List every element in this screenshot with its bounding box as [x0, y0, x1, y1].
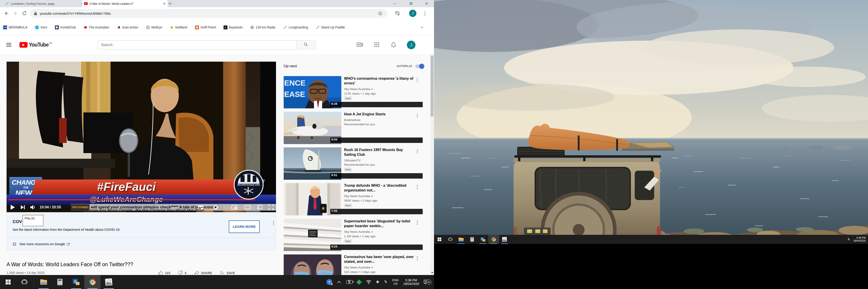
bookmarks-overflow-icon[interactable]: » — [421, 25, 423, 30]
channel-name[interactable]: Sky News Australia — [344, 266, 370, 269]
tab-surfing-forums[interactable]: Lockdown | Surfing Forums, page — [3, 0, 86, 7]
search-button[interactable] — [296, 40, 315, 49]
video-player[interactable]: 8 4 CTION AGAIN CHANGE THE NEWS #FireFau… — [6, 62, 276, 212]
tray-chevron-up-icon[interactable] — [337, 281, 341, 283]
task-view-button-2[interactable] — [445, 235, 456, 244]
channel-name[interactable]: Sky News Australia — [344, 87, 370, 91]
channel-name[interactable]: Boldmethod — [344, 118, 414, 122]
learn-more-button[interactable]: LEARN MORE — [229, 220, 260, 233]
close-window-button[interactable] — [421, 0, 432, 7]
save-label[interactable]: SAVE — [226, 271, 235, 275]
media-controls-icon[interactable] — [395, 11, 400, 16]
action-center-icon[interactable]: 41 — [424, 279, 430, 285]
upnext-video-title[interactable]: WHO's coronavirus response 'a litany of … — [344, 76, 414, 85]
upnext-item[interactable]: 7:55 Trump defunds WHO - a 'discredited … — [284, 183, 424, 215]
taskbar-photos[interactable] — [101, 275, 117, 289]
google-resources-link[interactable]: G See more resources on Google — [13, 241, 70, 247]
address-bar[interactable]: youtube.com/watch?v=Y6hRoxmoUkM&t=766s — [30, 9, 388, 17]
covid-panel-menu-icon[interactable] — [273, 221, 274, 222]
taskbar-calculator[interactable] — [52, 275, 68, 289]
tab-youtube[interactable]: A War of Words: World Leaders F — [82, 0, 168, 7]
dislike-icon[interactable] — [178, 270, 183, 276]
autoplay-toggle[interactable] — [415, 65, 424, 68]
channel-name[interactable]: Sky News Australia — [344, 194, 370, 198]
cast-icon[interactable] — [257, 205, 263, 210]
clock-2[interactable]: 5:38 PM 18/04/2020 — [853, 237, 866, 242]
url-text[interactable]: youtube.com/watch?v=Y6hRoxmoUkM&t=766s — [40, 11, 111, 15]
scroll-down-icon[interactable] — [430, 270, 434, 275]
taskbar2-calculator[interactable] — [467, 235, 477, 244]
tray-pen-icon[interactable]: ✎ — [847, 237, 850, 241]
taskbar-chrome[interactable] — [84, 275, 101, 289]
notifications-bell-icon[interactable] — [391, 42, 396, 48]
page-scrollbar[interactable] — [430, 54, 434, 275]
item-menu-icon[interactable] — [417, 185, 418, 186]
back-icon[interactable] — [4, 11, 9, 16]
tray-dropbox-icon[interactable]: ❖ — [376, 280, 379, 285]
start-button[interactable] — [0, 275, 16, 289]
profile-avatar[interactable]: J — [409, 10, 416, 17]
youtube-logo[interactable]: YouTube AU — [20, 42, 53, 48]
like-icon[interactable] — [158, 270, 163, 276]
taskbar2-chrome[interactable] — [488, 235, 499, 244]
item-menu-icon[interactable] — [417, 221, 418, 221]
share-label[interactable]: SHARE — [201, 271, 212, 275]
tray-diamond-icon[interactable] — [356, 279, 362, 285]
scrollbar-thumb[interactable] — [431, 56, 434, 116]
bookmark-auto-action[interactable]: AAuto Action — [117, 26, 138, 29]
tray-pen-icon[interactable]: ✎ — [383, 279, 388, 285]
bookmark-the-australian[interactable]: The Australian — [84, 26, 109, 29]
play-button-icon[interactable] — [10, 205, 15, 210]
new-tab-icon[interactable] — [168, 2, 172, 5]
item-menu-icon[interactable] — [417, 114, 418, 114]
tab-close-icon[interactable] — [163, 2, 165, 5]
miniplayer-icon[interactable] — [231, 205, 237, 210]
bookmark-meteye[interactable]: MetEye — [146, 26, 162, 29]
upnext-item[interactable]: 9:04 How A Jet Engine Starts Boldmethod … — [284, 112, 424, 144]
start-button-2[interactable] — [434, 235, 445, 244]
bookmark-baywinds[interactable]: Baywinds — [223, 26, 243, 29]
share-icon[interactable] — [194, 271, 199, 275]
bookmark-sniff-petrol[interactable]: Sniff Petrol — [195, 26, 216, 29]
taskbar-file-explorer[interactable] — [35, 275, 52, 289]
theater-mode-icon[interactable] — [244, 205, 251, 209]
bookmark-merimbula[interactable]: CWMERIMBULA — [3, 26, 27, 29]
item-menu-icon[interactable] — [417, 78, 418, 79]
reload-icon[interactable] — [22, 11, 27, 16]
channel-name[interactable]: Sky News Australia — [344, 230, 370, 233]
bookmark-kombiclub[interactable]: KombiClub — [55, 26, 76, 29]
tray-wifi-icon[interactable] — [366, 280, 371, 284]
channel-name[interactable]: 18footersTV — [344, 158, 414, 162]
upnext-video-title[interactable]: Supermarket boss 'disgusted' by toilet p… — [344, 219, 414, 228]
next-button-icon[interactable] — [21, 205, 25, 210]
save-icon[interactable] — [220, 271, 225, 275]
youtube-avatar[interactable]: J — [407, 41, 415, 49]
upnext-video-title[interactable]: Trump defunds WHO - a 'discredited organ… — [344, 183, 414, 192]
create-video-icon[interactable] — [357, 42, 363, 47]
taskbar-outlook[interactable]: O — [68, 275, 84, 289]
upnext-item[interactable]: 9:51 Rush 16 Footers 1997 Mounts Bay Sai… — [284, 147, 424, 180]
bookmark-longboarding[interactable]: Longboarding — [283, 26, 308, 29]
minimize-button[interactable] — [390, 0, 400, 7]
clock[interactable]: 5:38 PM 18/04/2020 — [403, 278, 419, 286]
bookmark-netbank[interactable]: NetBank — [170, 26, 187, 29]
restore-button[interactable] — [406, 0, 416, 7]
bookmark-sup[interactable]: Stand Up Paddle — [316, 26, 345, 29]
forward-icon[interactable] — [13, 11, 18, 16]
tray-help-icon[interactable]: ? — [327, 279, 332, 285]
item-menu-icon[interactable] — [417, 256, 418, 257]
guide-menu-icon[interactable] — [6, 43, 11, 44]
volume-icon[interactable] — [30, 205, 36, 210]
bookmark-star-icon[interactable] — [378, 11, 382, 15]
settings-gear-icon[interactable] — [213, 205, 218, 210]
task-view-button[interactable] — [16, 275, 33, 289]
subtitles-icon[interactable] — [198, 205, 204, 210]
padlock-icon[interactable] — [34, 11, 37, 15]
upnext-video-title[interactable]: Rush 16 Footers 1997 Mounts Bay Sailing … — [344, 147, 414, 157]
upnext-item[interactable]: 6:28 ENCE EASE WHO's coronavirus respons… — [284, 76, 424, 108]
bookmark-radar[interactable]: 128 km Radar — [250, 26, 276, 29]
taskbar2-file-explorer[interactable] — [456, 235, 467, 244]
taskbar2-outlook[interactable]: O — [477, 235, 488, 244]
item-menu-icon[interactable] — [417, 149, 418, 150]
apps-grid-icon[interactable] — [374, 42, 379, 47]
